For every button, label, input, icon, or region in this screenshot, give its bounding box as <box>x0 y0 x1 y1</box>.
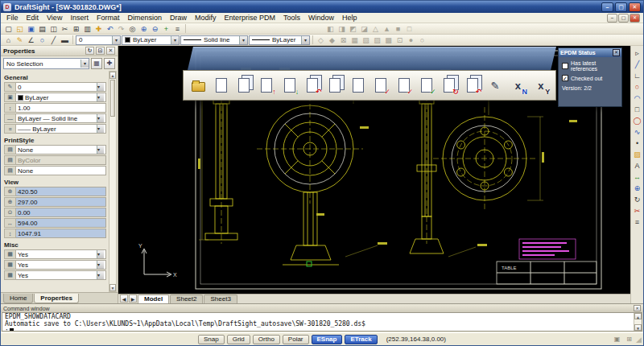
view-top-icon[interactable]: △ <box>370 24 381 34</box>
menu-item[interactable]: Help <box>338 14 361 22</box>
properties-panel-header[interactable]: Properties ↻⊡✕ <box>1 46 118 56</box>
tool-hatch3-icon[interactable]: ▩ <box>383 35 394 45</box>
block-style-icon[interactable]: ▬ <box>60 35 70 45</box>
chevron-down-icon[interactable] <box>239 36 247 44</box>
property-value-field[interactable]: Yes <box>16 260 106 270</box>
property-row[interactable]: — ByLayer — Solid line <box>4 113 106 123</box>
tool-center-icon[interactable]: ⊡ <box>394 35 405 45</box>
menu-item[interactable]: Modify <box>191 14 221 22</box>
tab-home[interactable]: Home <box>3 294 33 303</box>
dropdown-arrow-icon[interactable] <box>97 271 104 279</box>
zoom-in-icon[interactable]: ⊕ <box>138 24 149 34</box>
view-shade-icon[interactable]: ◧ <box>325 24 336 34</box>
undo-icon[interactable]: ↶ <box>105 24 115 34</box>
view-render-icon[interactable]: ◪ <box>359 24 369 34</box>
pan-icon[interactable]: + <box>161 24 171 34</box>
grid-toggle[interactable]: Grid <box>227 335 250 344</box>
property-row[interactable]: ▤ None <box>4 145 106 154</box>
scrollbar-thumb[interactable] <box>110 80 115 117</box>
view-front-icon[interactable]: ▲ <box>382 24 392 34</box>
point-icon[interactable]: • <box>632 138 642 148</box>
chevron-down-icon[interactable] <box>80 60 89 68</box>
esnap-toggle[interactable]: ESnap <box>312 335 343 344</box>
command-window-titlebar[interactable]: Command window <box>1 304 643 312</box>
properties-scrollbar[interactable]: ▲ ▼ <box>109 71 117 292</box>
sheet-tab-sheet3[interactable]: Sheet3 <box>204 295 237 303</box>
select-matching-button[interactable]: ▦ <box>91 58 102 69</box>
text-icon[interactable]: A <box>632 161 642 171</box>
polar-toggle[interactable]: Polar <box>283 335 309 344</box>
minimize-button[interactable] <box>601 2 613 12</box>
section-label-misc[interactable]: Misc <box>4 239 106 249</box>
document-minimize-button[interactable] <box>607 14 617 23</box>
sheet-tab-model[interactable]: Model <box>138 295 169 303</box>
menu-item[interactable]: View <box>43 14 66 22</box>
maximize-button[interactable] <box>615 2 627 12</box>
epdm-status-titlebar[interactable]: EPDM Status <box>559 48 621 57</box>
approve-icon[interactable]: ✓ <box>371 73 391 97</box>
spline-icon[interactable]: ∿ <box>632 127 642 137</box>
vault-folder-icon[interactable] <box>188 73 208 97</box>
property-row[interactable]: ▦ Yes <box>4 249 106 259</box>
undo-check-out-icon[interactable]: ↶ <box>303 73 323 97</box>
line-style-combo[interactable]: Solid line <box>180 35 248 45</box>
open-icon[interactable]: ◱ <box>14 24 25 34</box>
property-value-field[interactable]: ByLayer <box>16 93 106 102</box>
tool-solid-diamond-icon[interactable]: ◆ <box>327 35 337 45</box>
trim-icon[interactable]: ✂ <box>632 206 642 216</box>
scroll-up-icon[interactable]: ▲ <box>634 313 642 319</box>
scroll-up-icon[interactable]: ▲ <box>109 72 116 79</box>
format-painter-icon[interactable]: ✚ <box>93 24 104 34</box>
copy-icon[interactable]: ⊞ <box>71 24 81 34</box>
zoom-extents-icon[interactable]: ◎ <box>127 24 138 34</box>
dropdown-arrow-icon[interactable] <box>97 93 104 101</box>
property-row[interactable]: ⊕ 420.50 <box>4 187 106 196</box>
arc-icon[interactable]: ◠ <box>632 93 642 103</box>
snap-toggle[interactable]: Snap <box>198 335 225 344</box>
title-bar[interactable]: D DraftSight - [SW-301820.DWG*] <box>1 1 643 13</box>
property-value-field[interactable]: 420.50 <box>16 187 106 196</box>
property-value-field[interactable]: None <box>16 166 106 175</box>
tool-hatch2-icon[interactable]: ▨ <box>372 35 382 45</box>
new-document-icon[interactable] <box>211 73 231 97</box>
document-restore-button[interactable] <box>618 14 629 23</box>
get-latest-icon[interactable] <box>325 73 345 97</box>
sheet-nav-right-icon[interactable]: ▶ <box>129 295 137 303</box>
tool-diamond-icon[interactable]: ◇ <box>316 35 326 45</box>
property-value-field[interactable]: 297.00 <box>16 197 106 207</box>
menu-item[interactable]: Window <box>304 14 338 22</box>
resize-grip[interactable] <box>636 336 642 344</box>
panel-refresh-icon[interactable]: ↻ <box>85 47 94 55</box>
menu-item[interactable]: Draw <box>166 14 191 22</box>
view-iso-icon[interactable]: ■ <box>393 24 403 34</box>
dropdown-arrow-icon[interactable] <box>97 261 104 269</box>
dropdown-arrow-icon[interactable] <box>97 146 104 154</box>
chevron-down-icon[interactable] <box>301 36 309 44</box>
property-value-field[interactable]: 594.00 <box>16 218 106 228</box>
save-icon[interactable]: ▣ <box>26 24 36 34</box>
angle-tool-icon[interactable]: ∠ <box>26 35 36 45</box>
layer-edit-icon[interactable]: ✎ <box>14 35 25 45</box>
include-icon[interactable]: x Y <box>530 73 551 97</box>
tool-ring-icon[interactable]: ○ <box>417 35 427 45</box>
circle-icon[interactable]: ○ <box>632 82 642 92</box>
verify-icon[interactable]: ✓ <box>416 73 436 97</box>
check-in-icon[interactable]: ↓ <box>279 73 299 97</box>
cut-icon[interactable]: ✂ <box>60 24 70 34</box>
line-icon[interactable]: ╱ <box>632 60 642 69</box>
property-row[interactable]: ✎ 0 <box>4 82 106 92</box>
property-row[interactable]: ▤ None <box>4 166 106 175</box>
redo-icon[interactable]: ↷ <box>116 24 126 34</box>
property-row[interactable]: ▦ Yes <box>4 260 106 270</box>
print-icon[interactable]: ▤ <box>37 24 47 34</box>
property-row[interactable]: ▦ Yes <box>4 270 106 280</box>
menu-item[interactable]: Insert <box>66 14 93 22</box>
property-row[interactable]: ↕ 1.00 <box>4 103 106 113</box>
menu-item[interactable]: Enterprise PDM <box>220 14 279 22</box>
property-value-field[interactable]: Yes <box>16 249 106 259</box>
view-box-icon[interactable]: □ <box>404 24 415 34</box>
property-value-field[interactable]: 0.00 <box>16 208 106 217</box>
command-prompt[interactable]: : <box>5 327 632 332</box>
property-row[interactable]: ↕ 1047.91 <box>4 229 106 238</box>
property-row[interactable]: ≡ —— ByLayer <box>4 124 106 134</box>
